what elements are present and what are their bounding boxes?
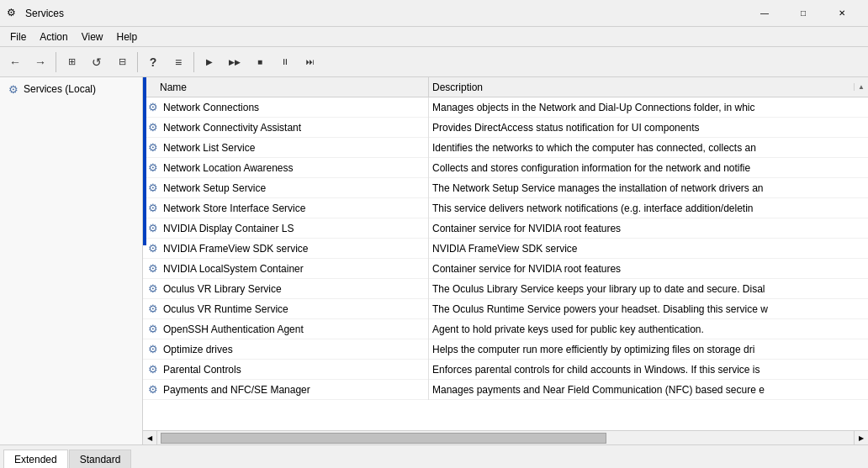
services-local-label: Services (Local) bbox=[24, 83, 96, 95]
service-name-cell: ⚙Network Setup Service bbox=[143, 178, 429, 198]
service-name-cell: ⚙Oculus VR Library Service bbox=[143, 279, 429, 299]
service-name: Network List Service bbox=[163, 142, 255, 154]
menu-action[interactable]: Action bbox=[33, 28, 74, 46]
table-row[interactable]: ⚙Payments and NFC/SE ManagerManages paym… bbox=[143, 380, 868, 400]
refresh-button[interactable]: ↺ bbox=[85, 50, 108, 74]
toolbar-sep-2 bbox=[137, 52, 138, 72]
pause-button[interactable]: ⏸ bbox=[273, 50, 297, 74]
restart-button[interactable]: ⏭ bbox=[299, 50, 322, 74]
service-name: OpenSSH Authentication Agent bbox=[163, 323, 304, 335]
table-body[interactable]: ⚙Network ConnectionsManages objects in t… bbox=[143, 97, 868, 430]
table-row[interactable]: ⚙NVIDIA LocalSystem ContainerContainer s… bbox=[143, 259, 868, 279]
menu-file[interactable]: File bbox=[3, 28, 33, 46]
toolbar-sep-3 bbox=[193, 52, 194, 72]
service-desc-cell: Manages objects in the Network and Dial-… bbox=[429, 97, 868, 118]
stop-button[interactable]: ■ bbox=[248, 50, 272, 74]
service-desc-cell: Container service for NVIDIA root featur… bbox=[429, 218, 868, 239]
service-name: Network Store Interface Service bbox=[163, 202, 305, 214]
col-desc-header[interactable]: Description bbox=[429, 77, 854, 97]
service-name: Parental Controls bbox=[163, 364, 241, 376]
service-icon: ⚙ bbox=[146, 202, 160, 215]
service-desc-cell: Collects and stores configuration inform… bbox=[429, 158, 868, 178]
menu-view[interactable]: View bbox=[75, 28, 110, 46]
tab-standard[interactable]: Standard bbox=[69, 450, 132, 468]
start-button[interactable]: ▶ bbox=[198, 50, 221, 74]
service-icon: ⚙ bbox=[146, 181, 160, 195]
close-button[interactable]: ✕ bbox=[823, 0, 861, 27]
service-icon: ⚙ bbox=[146, 262, 160, 276]
col-name-header[interactable]: Name bbox=[143, 77, 429, 97]
table-row[interactable]: ⚙OpenSSH Authentication AgentAgent to ho… bbox=[143, 319, 868, 339]
left-panel: ⚙ Services (Local) bbox=[0, 77, 143, 444]
back-button[interactable]: ← bbox=[3, 50, 27, 74]
table-row[interactable]: ⚙Network Connectivity AssistantProvides … bbox=[143, 118, 868, 138]
service-desc-cell: The Network Setup Service manages the in… bbox=[429, 178, 868, 198]
main-content: ⚙ Services (Local) Name Description ▲ ⚙N… bbox=[0, 77, 868, 444]
service-name-cell: ⚙NVIDIA Display Container LS bbox=[143, 218, 429, 239]
toolbar: ← → ⊞ ↺ ⊟ ? ≡ ▶ ▶▶ ■ ⏸ ⏭ bbox=[0, 47, 868, 77]
service-name-cell: ⚙OpenSSH Authentication Agent bbox=[143, 319, 429, 339]
service-icon: ⚙ bbox=[146, 121, 160, 134]
window-title: Services bbox=[25, 8, 745, 19]
service-name-cell: ⚙Parental Controls bbox=[143, 360, 429, 380]
table-row[interactable]: ⚙Parental ControlsEnforces parental cont… bbox=[143, 360, 868, 380]
export-button[interactable]: ⊟ bbox=[110, 50, 134, 74]
service-name: Network Connections bbox=[163, 102, 259, 113]
table-row[interactable]: ⚙NVIDIA Display Container LSContainer se… bbox=[143, 218, 868, 239]
service-name-cell: ⚙Network Connections bbox=[143, 97, 429, 118]
service-desc-cell: This service delivers network notificati… bbox=[429, 198, 868, 218]
table-row[interactable]: ⚙Network Location AwarenessCollects and … bbox=[143, 158, 868, 178]
tab-extended[interactable]: Extended bbox=[3, 450, 68, 468]
scroll-track[interactable] bbox=[157, 431, 854, 445]
properties-button[interactable]: ≡ bbox=[167, 50, 190, 74]
scroll-left-button[interactable]: ◀ bbox=[143, 431, 157, 445]
service-icon: ⚙ bbox=[146, 383, 160, 397]
table-row[interactable]: ⚙Optimize drivesHelps the computer run m… bbox=[143, 339, 868, 360]
scroll-right-button[interactable]: ▶ bbox=[854, 431, 868, 445]
start-paused-button[interactable]: ▶▶ bbox=[223, 50, 246, 74]
service-icon: ⚙ bbox=[146, 363, 160, 376]
service-icon: ⚙ bbox=[146, 302, 160, 316]
table-row[interactable]: ⚙Network Store Interface ServiceThis ser… bbox=[143, 198, 868, 218]
menu-help[interactable]: Help bbox=[110, 28, 145, 46]
service-name: NVIDIA LocalSystem Container bbox=[163, 263, 304, 275]
service-name-cell: ⚙Network Connectivity Assistant bbox=[143, 118, 429, 138]
service-icon: ⚙ bbox=[146, 141, 160, 155]
service-name-cell: ⚙Payments and NFC/SE Manager bbox=[143, 380, 429, 400]
table-row[interactable]: ⚙Network Setup ServiceThe Network Setup … bbox=[143, 178, 868, 198]
service-name: Optimize drives bbox=[163, 344, 233, 355]
service-desc-cell: The Oculus Runtime Service powers your h… bbox=[429, 299, 868, 319]
maximize-button[interactable]: □ bbox=[784, 0, 823, 27]
toolbar-sep-1 bbox=[56, 52, 56, 72]
service-icon: ⚙ bbox=[146, 101, 160, 114]
horizontal-scrollbar: ◀ ▶ bbox=[143, 430, 868, 444]
service-desc-cell: Container service for NVIDIA root featur… bbox=[429, 259, 868, 279]
service-name-cell: ⚙Optimize drives bbox=[143, 339, 429, 360]
table-row[interactable]: ⚙Network ConnectionsManages objects in t… bbox=[143, 97, 868, 118]
table-row[interactable]: ⚙Oculus VR Runtime ServiceThe Oculus Run… bbox=[143, 299, 868, 319]
service-name-cell: ⚙NVIDIA LocalSystem Container bbox=[143, 259, 429, 279]
app-icon: ⚙ bbox=[7, 7, 20, 20]
bottom-tabs: Extended Standard bbox=[0, 444, 868, 468]
service-name-cell: ⚙Network List Service bbox=[143, 138, 429, 158]
service-icon: ⚙ bbox=[146, 282, 160, 296]
service-name: Network Setup Service bbox=[163, 182, 266, 194]
minimize-button[interactable]: — bbox=[745, 0, 784, 27]
service-name: Network Location Awareness bbox=[163, 162, 294, 174]
table-row[interactable]: ⚙Oculus VR Library ServiceThe Oculus Lib… bbox=[143, 279, 868, 299]
table-header: Name Description ▲ bbox=[143, 77, 868, 97]
show-hide-button[interactable]: ⊞ bbox=[60, 50, 83, 74]
service-icon: ⚙ bbox=[146, 242, 160, 255]
forward-button[interactable]: → bbox=[29, 50, 52, 74]
service-desc-cell: Agent to hold private keys used for publ… bbox=[429, 319, 868, 339]
scroll-thumb[interactable] bbox=[161, 433, 606, 444]
services-local-item[interactable]: ⚙ Services (Local) bbox=[3, 81, 99, 97]
service-desc-cell: Enforces parental controls for child acc… bbox=[429, 360, 868, 380]
service-name: Oculus VR Library Service bbox=[163, 283, 282, 295]
blue-accent bbox=[143, 77, 146, 245]
help-icon-button[interactable]: ? bbox=[141, 50, 165, 74]
table-row[interactable]: ⚙Network List ServiceIdentifies the netw… bbox=[143, 138, 868, 158]
table-row[interactable]: ⚙NVIDIA FrameView SDK serviceNVIDIA Fram… bbox=[143, 239, 868, 259]
service-desc-cell: The Oculus Library Service keeps your li… bbox=[429, 279, 868, 299]
service-name: Payments and NFC/SE Manager bbox=[163, 384, 310, 396]
